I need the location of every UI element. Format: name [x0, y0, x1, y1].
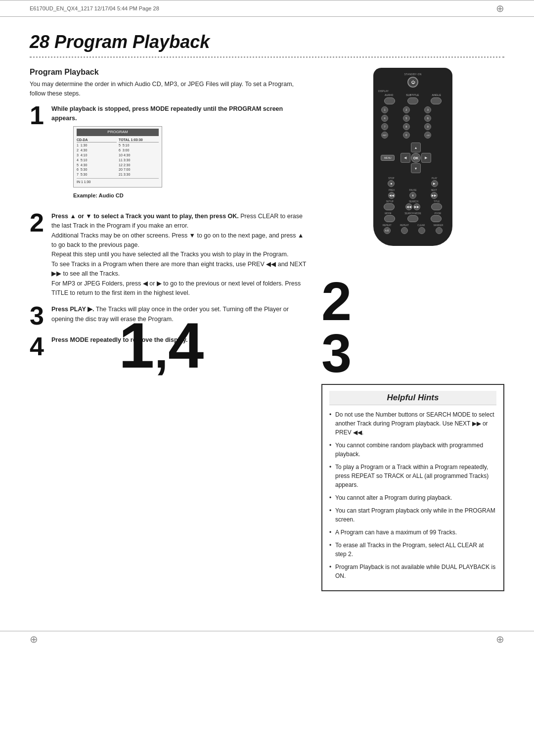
pause-button[interactable]: ⏸	[409, 192, 416, 199]
mode-button[interactable]	[384, 215, 395, 222]
num-0-button[interactable]: 0	[403, 132, 410, 139]
col2-row-3: 11 3:30	[119, 158, 159, 163]
page-number: 28	[30, 32, 49, 52]
step-2: 2 Press ▲ or ▼ to select a Track you wan…	[30, 212, 307, 298]
marker-label: MARKER	[434, 224, 443, 227]
clear-button[interactable]	[418, 227, 425, 234]
stop-label: STOP	[388, 177, 394, 180]
program-screen-title: PROGRAM	[77, 129, 159, 136]
next-col: NEXT ▶▶	[431, 189, 438, 199]
program-col-2: TOTAL 1:03:30 5 5:10 6 3:00 10 4:30 11 3…	[119, 138, 159, 177]
page-title-text: Program Playback	[54, 32, 210, 52]
prev-col: PREV ◀◀	[388, 189, 395, 199]
step-2-content: Press ▲ or ▼ to select a Track you want …	[51, 212, 307, 298]
program-screen-image: PROGRAM CD-DA 1 1:30 2 4:30 3 4:10 4 5:1…	[73, 126, 162, 188]
prev-label: PREV	[389, 189, 395, 191]
page-title: 28 Program Playback	[30, 32, 504, 52]
play-button[interactable]: ▶	[431, 180, 438, 187]
play-label: PLAY	[432, 177, 437, 180]
num-6-button[interactable]: 6	[424, 115, 431, 122]
transport-row-2: PREV ◀◀ PAUSE ⏸ NEXT ▶▶	[381, 189, 445, 199]
numpad: 1 2 3 4 5 6 7 8 9 RET 0 +10	[381, 106, 445, 139]
angle-button[interactable]	[431, 97, 442, 104]
setup-button[interactable]	[384, 203, 395, 210]
step-3-bold: Press PLAY ▶.	[51, 306, 94, 313]
next-button[interactable]: ▶▶	[431, 192, 438, 199]
col2-row-6: 21 3:30	[119, 172, 159, 177]
col1-row-6: 7 5:30	[77, 172, 117, 177]
ab-button[interactable]: A-B	[384, 227, 391, 234]
stop-button[interactable]: ■	[388, 180, 395, 187]
title-label: TITLE	[434, 200, 440, 203]
col1-row-5: 6 5:30	[77, 167, 117, 172]
helpful-hints-box: Helpful Hints Do not use the Number butt…	[321, 384, 504, 591]
col1-header: CD-DA	[77, 138, 117, 143]
next-label: NEXT	[431, 189, 437, 191]
zoom-button[interactable]	[431, 215, 442, 222]
prev-button[interactable]: ◀◀	[388, 192, 395, 199]
title-button[interactable]	[431, 203, 442, 210]
audio-button[interactable]	[384, 97, 395, 104]
right-column: STANDBY·ON ⏻ DISPLAY AUDIO SUBTITLE ANGL…	[321, 68, 504, 591]
num-5-button[interactable]: 5	[403, 115, 410, 122]
num-7-button[interactable]: 7	[381, 123, 388, 130]
mode-searchmode-zoom-buttons	[378, 215, 447, 222]
subtitle-label: SUBTITLE	[406, 94, 419, 96]
step-numbers-graphic: 2 3	[321, 276, 504, 379]
num-9-button[interactable]: 9	[424, 123, 431, 130]
search-mode-label: SEARCH MODE	[404, 212, 421, 215]
section-intro: You may determine the order in which Aud…	[30, 80, 307, 98]
dotted-divider	[30, 56, 504, 58]
dpad-right-button[interactable]: ▶	[421, 153, 431, 163]
page-content: 28 Program Playback Program Playback You…	[0, 17, 534, 611]
big-comma: ,	[154, 323, 168, 378]
marker-button[interactable]	[436, 227, 443, 234]
play-col: PLAY ▶	[431, 177, 438, 187]
stop-col: STOP ■	[388, 177, 395, 187]
big-14-numbers: 1,4	[119, 317, 204, 375]
transport-row-1: STOP ■ PLAY ▶	[381, 177, 445, 187]
subtitle-button[interactable]	[407, 97, 418, 104]
remote-control: STANDBY·ON ⏻ DISPLAY AUDIO SUBTITLE ANGL…	[373, 68, 452, 246]
audio-subtitle-angle-labels: AUDIO SUBTITLE ANGLE	[378, 94, 447, 96]
big-number-3: 3	[321, 328, 352, 379]
repeat-button[interactable]	[401, 227, 408, 234]
num-2-button[interactable]: 2	[403, 106, 410, 113]
search-mode-button[interactable]	[407, 215, 418, 222]
return-button[interactable]: RET	[381, 132, 388, 139]
col2-header: TOTAL 1:03:30	[119, 138, 159, 143]
repeat-clear-marker-labels: REPEAT REPEAT CLEAR MARKER	[378, 224, 447, 227]
step-2-number: 2	[30, 210, 51, 236]
header-bar: E6170UD_EN_QX4_1217 12/17/04 5:44 PM Pag…	[0, 0, 534, 17]
header-text: E6170UD_EN_QX4_1217 12/17/04 5:44 PM Pag…	[30, 5, 159, 11]
big-number-2: 2	[321, 276, 352, 328]
hint-4: You cannot alter a Program during playba…	[329, 493, 496, 502]
num-3-button[interactable]: 3	[424, 106, 431, 113]
power-button[interactable]: ⏻	[407, 77, 418, 88]
dpad-down-button[interactable]: ▼	[411, 163, 421, 173]
col1-row-1: 2 4:30	[77, 148, 117, 153]
clear-label: CLEAR	[417, 224, 425, 227]
repeat1-label: REPEAT	[383, 224, 392, 227]
main-layout: Program Playback You may determine the o…	[30, 68, 504, 591]
ff-button[interactable]: ▶▶	[413, 203, 420, 210]
ok-button[interactable]: OK	[411, 153, 421, 163]
dpad-left-button[interactable]: ◀	[400, 153, 410, 163]
hint-3: To play a Program or a Track within a Pr…	[329, 463, 496, 489]
step-1: 1 While playback is stopped, press MODE …	[30, 104, 307, 205]
helpful-hints-title: Helpful Hints	[329, 391, 496, 405]
pause-label: PAUSE	[409, 189, 417, 191]
dpad-up-button[interactable]: ▲	[411, 142, 421, 152]
rew-button[interactable]: ◀◀	[405, 203, 412, 210]
menu-button[interactable]: MENU	[381, 155, 395, 161]
num-8-button[interactable]: 8	[403, 123, 410, 130]
step-3-number: 3	[30, 303, 51, 329]
num-1-button[interactable]: 1	[381, 106, 388, 113]
program-bottom: IN 1 1:30	[77, 178, 159, 185]
plus10-button[interactable]: +10	[424, 132, 431, 139]
num-4-button[interactable]: 4	[381, 115, 388, 122]
section-heading: Program Playback	[30, 68, 307, 77]
setup-label: SETUP	[386, 200, 394, 203]
big-number-4: 4	[168, 309, 204, 381]
zoom-label: ZOOM	[434, 212, 441, 215]
